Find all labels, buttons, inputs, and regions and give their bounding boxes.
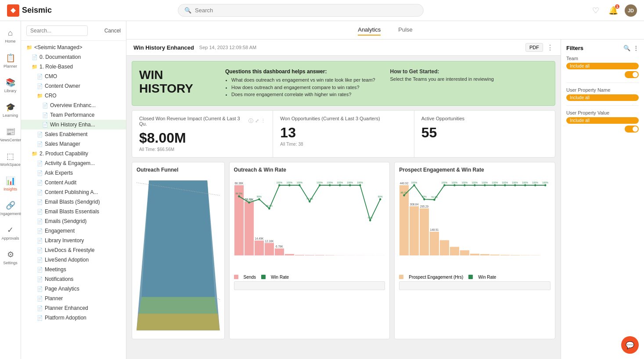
nav-item-activity---engagem---[interactable]: 📄Activity & Engagem...: [21, 158, 126, 168]
nav-item-email-blasts--sendgrid-[interactable]: 📄Email Blasts (Sendgrid): [21, 197, 126, 207]
nav-cancel-button[interactable]: Cancel: [104, 28, 121, 34]
more-options-button[interactable]: ⋮: [547, 43, 554, 52]
nav-item-overview-enhanc---[interactable]: 📄Overview Enhanc...: [21, 101, 126, 110]
nav-item-platform-adoption[interactable]: 📄Platform Adoption: [21, 313, 126, 323]
sidebar-item-settings[interactable]: ⚙ Settings: [2, 246, 19, 269]
nav-item-livedocs---freestyle[interactable]: 📄LiveDocs & Freestyle: [21, 245, 126, 255]
sidebar-item-learning[interactable]: 🎓 Learning: [2, 98, 19, 121]
nav-item-page-analytics[interactable]: 📄Page Analytics: [21, 284, 126, 294]
svg-rect-86: [490, 255, 500, 255]
sidebar-item-workspace[interactable]: ⬚ WorkSpace: [2, 147, 19, 170]
filters-panel: Filters 🔍 ⋮ Team Include all User Proper: [561, 39, 644, 359]
sidebar-item-approvals[interactable]: ✓ Approvals: [2, 221, 19, 244]
nav-search-input[interactable]: [26, 25, 88, 36]
nav-item-email-blasts-essentials[interactable]: 📄Email Blasts Essentials: [21, 207, 126, 216]
nav-item-content-owner[interactable]: 📄Content Owner: [21, 81, 126, 91]
svg-point-52: [268, 207, 270, 209]
nav-item-sales-manager[interactable]: 📄Sales Manager: [21, 139, 126, 149]
chart-scrollbar[interactable]: [234, 281, 385, 290]
nav-item-library-inventory[interactable]: 📄Library Inventory: [21, 236, 126, 245]
nav-item-planner-enhanced[interactable]: 📄Planner Enhanced: [21, 303, 126, 313]
approvals-icon: ✓: [7, 225, 14, 235]
nav-item-team-performance[interactable]: 📄Team Performance: [21, 110, 126, 120]
file-icon: 📄: [37, 257, 43, 262]
chat-button[interactable]: 💬: [621, 336, 639, 354]
filter-more-icon[interactable]: ⋮: [633, 45, 639, 51]
file-icon: 📄: [37, 276, 43, 282]
expand-icon[interactable]: ⤢: [255, 118, 259, 124]
more-icon[interactable]: ⋮: [261, 118, 266, 124]
kpi-active: Active Opportunities 55: [414, 111, 555, 157]
prospect-chart-scrollbar[interactable]: [399, 281, 550, 290]
svg-text:100%: 100%: [357, 181, 363, 183]
svg-marker-2: [141, 180, 215, 297]
file-icon: 📄: [37, 315, 43, 320]
nav-item-label: Engagement: [45, 228, 75, 234]
filter-team-tag[interactable]: Include all: [566, 63, 639, 69]
nav-item--seismic-managed-[interactable]: 📁<Seismic Managed>: [21, 43, 126, 52]
filter-upv-label: User Property Value: [566, 110, 639, 115]
nav-item-cro[interactable]: 📁CRO: [21, 91, 126, 101]
filter-search-icon[interactable]: 🔍: [623, 45, 630, 51]
nav-item-label: LiveDocs & Freestyle: [45, 247, 94, 253]
nav-item-content-audit[interactable]: 📄Content Audit: [21, 178, 126, 187]
nav-item-0--documentation[interactable]: 📄0. Documentation: [21, 52, 126, 62]
nav-item-livesend-adoption[interactable]: 📄LiveSend Adoption: [21, 255, 126, 265]
nav-item-label: Win History Enha...: [50, 122, 95, 128]
nav-item-emails--sendgrid-[interactable]: 📄Emails (Sendgrid): [21, 216, 126, 226]
prospect-engagement-title: Prospect Engagement & Win Rate: [399, 167, 550, 173]
svg-rect-37: [325, 255, 334, 255]
filter-upn-tag[interactable]: Include all: [566, 94, 639, 101]
nav-item-1--role-based[interactable]: 📁1. Role-Based: [21, 62, 126, 72]
file-icon: 📄: [37, 170, 43, 176]
sidebar-item-home[interactable]: ⌂ Home: [2, 25, 19, 47]
filter-team-toggle: [566, 71, 639, 78]
notifications-button[interactable]: 🔔 1: [607, 4, 619, 17]
legend-engagement-dot: [399, 275, 403, 279]
nav-item-label: Sales Enablement: [45, 131, 87, 137]
insights-icon: 📊: [6, 176, 15, 186]
svg-point-54: [288, 184, 291, 186]
team-toggle-switch[interactable]: [625, 71, 639, 78]
chat-icon: 💬: [626, 341, 634, 349]
nav-item-notifications[interactable]: 📄Notifications: [21, 274, 126, 284]
sidebar-item-library[interactable]: 📚 Library: [2, 74, 19, 97]
nav-item-2--product-capability[interactable]: 📁2. Product Capability: [21, 149, 126, 158]
pdf-button[interactable]: PDF: [525, 43, 543, 52]
nav-item-meetings[interactable]: 📄Meetings: [21, 265, 126, 274]
nav-item-win-history-enha---[interactable]: 📄Win History Enha...: [21, 120, 126, 129]
avatar[interactable]: JD: [625, 4, 637, 17]
nav-item-content-publishing-a---[interactable]: 📄Content Publishing A...: [21, 187, 126, 197]
kpi-won-label: Won Opportunities (Current & Last 3 Quar…: [280, 116, 407, 121]
nav-item-ask-experts[interactable]: 📄Ask Experts: [21, 168, 126, 178]
nav-item-sales-enablement[interactable]: 📄Sales Enablement: [21, 129, 126, 139]
outreach-funnel-title: Outreach Funnel: [137, 167, 220, 173]
upv-toggle-switch[interactable]: [625, 126, 639, 133]
filter-upv-tag[interactable]: Include all: [566, 117, 639, 124]
svg-rect-88: [500, 255, 510, 255]
nav-item-planner[interactable]: 📄Planner: [21, 294, 126, 303]
banner-question-1: What does outreach vs engagement vs win …: [231, 76, 383, 84]
global-search[interactable]: 🔍: [178, 4, 424, 17]
intro-banner: WINHISTORY Questions this dashboard help…: [132, 61, 555, 106]
nav-item-label: Notifications: [45, 276, 73, 282]
svg-text:100%: 100%: [452, 181, 458, 183]
topnav-right: ♡ 🔔 1 JD: [590, 4, 637, 17]
tab-pulse[interactable]: Pulse: [398, 25, 413, 36]
sidebar-item-planner[interactable]: 📋 Planner: [2, 49, 19, 72]
nav-item-cmo[interactable]: 📄CMO: [21, 72, 126, 81]
svg-rect-29: [284, 254, 294, 255]
search-input[interactable]: [195, 7, 417, 14]
filters-header-icons: 🔍 ⋮: [623, 45, 639, 51]
legend-winrate2-dot: [468, 275, 473, 279]
tab-analytics[interactable]: Analytics: [358, 25, 381, 36]
nav-item-label: Content Publishing A...: [45, 189, 98, 195]
analytics-tabs-bar: Analytics Pulse: [126, 21, 644, 39]
sidebar-item-insights[interactable]: 📊 Insights: [2, 172, 19, 195]
sidebar-item-engagements[interactable]: 🔗 Engagements: [2, 197, 19, 219]
nav-item-engagement[interactable]: 📄Engagement: [21, 226, 126, 236]
favorites-button[interactable]: ♡: [590, 4, 602, 17]
svg-text:100%: 100%: [512, 181, 518, 183]
banner-title: WINHISTORY: [139, 68, 218, 98]
sidebar-item-newscenter[interactable]: 📰 NewsCenter: [2, 123, 19, 146]
